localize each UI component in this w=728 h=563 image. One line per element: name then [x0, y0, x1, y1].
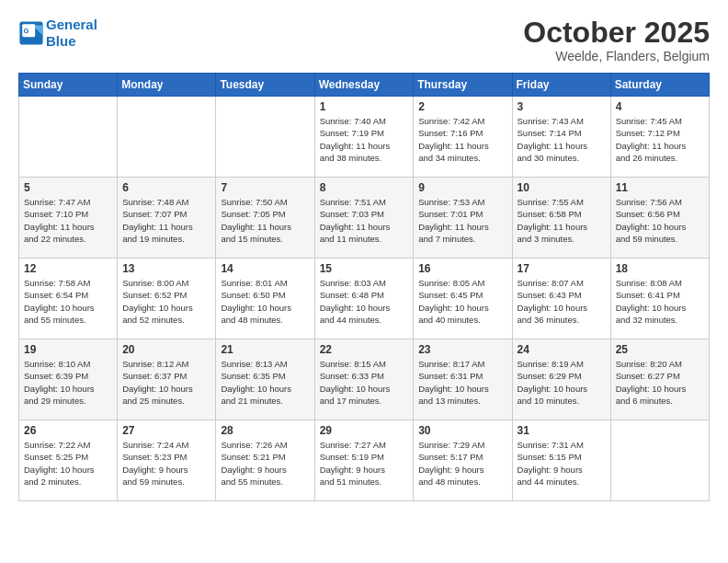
day-number: 7	[221, 181, 309, 194]
day-number: 15	[320, 262, 409, 275]
day-info: Sunrise: 7:24 AM Sunset: 5:23 PM Dayligh…	[122, 439, 210, 488]
day-cell: 11Sunrise: 7:56 AM Sunset: 6:56 PM Dayli…	[610, 178, 709, 259]
day-info: Sunrise: 8:10 AM Sunset: 6:39 PM Dayligh…	[24, 358, 112, 407]
logo: G General Blue	[18, 17, 97, 50]
day-info: Sunrise: 7:31 AM Sunset: 5:15 PM Dayligh…	[518, 439, 606, 488]
day-cell	[216, 97, 314, 178]
week-row-1: 1Sunrise: 7:40 AM Sunset: 7:19 PM Daylig…	[19, 97, 710, 178]
day-number: 11	[616, 181, 704, 194]
day-cell: 6Sunrise: 7:48 AM Sunset: 7:07 PM Daylig…	[118, 178, 216, 259]
day-info: Sunrise: 8:05 AM Sunset: 6:45 PM Dayligh…	[418, 277, 506, 326]
day-info: Sunrise: 7:53 AM Sunset: 7:01 PM Dayligh…	[418, 196, 506, 245]
day-info: Sunrise: 8:15 AM Sunset: 6:33 PM Dayligh…	[320, 358, 409, 407]
day-number: 18	[616, 262, 704, 275]
location: Weelde, Flanders, Belgium	[523, 49, 710, 63]
day-info: Sunrise: 8:19 AM Sunset: 6:29 PM Dayligh…	[518, 358, 606, 407]
day-number: 1	[320, 100, 409, 113]
day-cell: 19Sunrise: 8:10 AM Sunset: 6:39 PM Dayli…	[19, 339, 118, 420]
day-cell: 25Sunrise: 8:20 AM Sunset: 6:27 PM Dayli…	[610, 339, 709, 420]
day-info: Sunrise: 7:22 AM Sunset: 5:25 PM Dayligh…	[24, 439, 112, 488]
day-info: Sunrise: 8:17 AM Sunset: 6:31 PM Dayligh…	[418, 358, 506, 407]
week-row-3: 12Sunrise: 7:58 AM Sunset: 6:54 PM Dayli…	[19, 259, 710, 339]
calendar-header-row: SundayMondayTuesdayWednesdayThursdayFrid…	[19, 74, 710, 97]
day-cell: 18Sunrise: 8:08 AM Sunset: 6:41 PM Dayli…	[610, 259, 709, 339]
col-header-wednesday: Wednesday	[314, 74, 414, 97]
week-row-4: 19Sunrise: 8:10 AM Sunset: 6:39 PM Dayli…	[19, 339, 710, 420]
day-number: 8	[320, 181, 409, 194]
col-header-friday: Friday	[512, 74, 610, 97]
logo-text: General Blue	[46, 17, 97, 50]
day-info: Sunrise: 7:55 AM Sunset: 6:58 PM Dayligh…	[518, 196, 606, 245]
day-info: Sunrise: 8:12 AM Sunset: 6:37 PM Dayligh…	[122, 358, 210, 407]
day-info: Sunrise: 7:47 AM Sunset: 7:10 PM Dayligh…	[24, 196, 112, 245]
day-info: Sunrise: 7:56 AM Sunset: 6:56 PM Dayligh…	[616, 196, 704, 245]
day-cell: 2Sunrise: 7:42 AM Sunset: 7:16 PM Daylig…	[414, 97, 512, 178]
day-cell: 4Sunrise: 7:45 AM Sunset: 7:12 PM Daylig…	[610, 97, 709, 178]
day-info: Sunrise: 7:40 AM Sunset: 7:19 PM Dayligh…	[320, 115, 409, 164]
day-info: Sunrise: 7:45 AM Sunset: 7:12 PM Dayligh…	[616, 115, 704, 164]
day-cell	[19, 97, 118, 178]
day-number: 26	[24, 424, 112, 437]
day-info: Sunrise: 8:08 AM Sunset: 6:41 PM Dayligh…	[616, 277, 704, 326]
day-info: Sunrise: 7:27 AM Sunset: 5:19 PM Dayligh…	[320, 439, 409, 488]
col-header-tuesday: Tuesday	[216, 74, 314, 97]
day-number: 21	[221, 343, 309, 356]
day-cell: 3Sunrise: 7:43 AM Sunset: 7:14 PM Daylig…	[512, 97, 610, 178]
col-header-sunday: Sunday	[19, 74, 118, 97]
day-number: 13	[122, 262, 210, 275]
day-number: 31	[518, 424, 606, 437]
day-cell	[118, 97, 216, 178]
day-number: 16	[418, 262, 506, 275]
day-number: 30	[418, 424, 506, 437]
week-row-2: 5Sunrise: 7:47 AM Sunset: 7:10 PM Daylig…	[19, 178, 710, 259]
day-info: Sunrise: 8:03 AM Sunset: 6:48 PM Dayligh…	[320, 277, 409, 326]
day-cell: 31Sunrise: 7:31 AM Sunset: 5:15 PM Dayli…	[512, 420, 610, 501]
day-cell: 17Sunrise: 8:07 AM Sunset: 6:43 PM Dayli…	[512, 259, 610, 339]
day-info: Sunrise: 8:01 AM Sunset: 6:50 PM Dayligh…	[221, 277, 309, 326]
day-cell: 9Sunrise: 7:53 AM Sunset: 7:01 PM Daylig…	[414, 178, 512, 259]
day-number: 22	[320, 343, 409, 356]
day-cell: 28Sunrise: 7:26 AM Sunset: 5:21 PM Dayli…	[216, 420, 314, 501]
day-info: Sunrise: 7:50 AM Sunset: 7:05 PM Dayligh…	[221, 196, 309, 245]
day-info: Sunrise: 7:48 AM Sunset: 7:07 PM Dayligh…	[122, 196, 210, 245]
day-info: Sunrise: 7:29 AM Sunset: 5:17 PM Dayligh…	[418, 439, 506, 488]
day-number: 24	[518, 343, 606, 356]
day-cell: 1Sunrise: 7:40 AM Sunset: 7:19 PM Daylig…	[314, 97, 414, 178]
day-info: Sunrise: 8:13 AM Sunset: 6:35 PM Dayligh…	[221, 358, 309, 407]
day-number: 29	[320, 424, 409, 437]
svg-text:G: G	[24, 27, 29, 35]
day-info: Sunrise: 7:43 AM Sunset: 7:14 PM Dayligh…	[518, 115, 606, 164]
day-number: 20	[122, 343, 210, 356]
month-title: October 2025	[523, 17, 710, 49]
day-cell: 24Sunrise: 8:19 AM Sunset: 6:29 PM Dayli…	[512, 339, 610, 420]
day-number: 27	[122, 424, 210, 437]
day-cell: 8Sunrise: 7:51 AM Sunset: 7:03 PM Daylig…	[314, 178, 414, 259]
day-number: 4	[616, 100, 704, 113]
week-row-5: 26Sunrise: 7:22 AM Sunset: 5:25 PM Dayli…	[19, 420, 710, 501]
col-header-monday: Monday	[118, 74, 216, 97]
day-number: 10	[518, 181, 606, 194]
col-header-thursday: Thursday	[414, 74, 512, 97]
page: G General Blue October 2025 Weelde, Flan…	[0, 0, 728, 563]
title-block: October 2025 Weelde, Flanders, Belgium	[523, 17, 710, 63]
day-number: 23	[418, 343, 506, 356]
calendar-table: SundayMondayTuesdayWednesdayThursdayFrid…	[18, 73, 710, 501]
day-cell: 12Sunrise: 7:58 AM Sunset: 6:54 PM Dayli…	[19, 259, 118, 339]
day-cell: 5Sunrise: 7:47 AM Sunset: 7:10 PM Daylig…	[19, 178, 118, 259]
day-cell: 29Sunrise: 7:27 AM Sunset: 5:19 PM Dayli…	[314, 420, 414, 501]
day-info: Sunrise: 8:20 AM Sunset: 6:27 PM Dayligh…	[616, 358, 704, 407]
logo-icon: G	[18, 20, 44, 46]
day-number: 25	[616, 343, 704, 356]
day-cell: 20Sunrise: 8:12 AM Sunset: 6:37 PM Dayli…	[118, 339, 216, 420]
day-number: 2	[418, 100, 506, 113]
day-number: 19	[24, 343, 112, 356]
day-number: 9	[418, 181, 506, 194]
day-number: 28	[221, 424, 309, 437]
day-number: 6	[122, 181, 210, 194]
day-cell: 27Sunrise: 7:24 AM Sunset: 5:23 PM Dayli…	[118, 420, 216, 501]
day-info: Sunrise: 8:07 AM Sunset: 6:43 PM Dayligh…	[518, 277, 606, 326]
day-info: Sunrise: 8:00 AM Sunset: 6:52 PM Dayligh…	[122, 277, 210, 326]
day-cell: 26Sunrise: 7:22 AM Sunset: 5:25 PM Dayli…	[19, 420, 118, 501]
day-info: Sunrise: 7:42 AM Sunset: 7:16 PM Dayligh…	[418, 115, 506, 164]
day-number: 17	[518, 262, 606, 275]
